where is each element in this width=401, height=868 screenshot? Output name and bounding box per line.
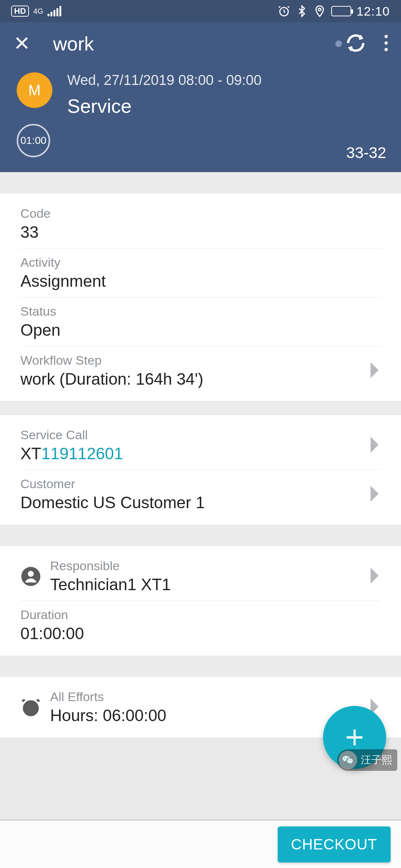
status-bar: HD 4G 12:10 [0,0,401,22]
checkout-button[interactable]: CHECKOUT [278,826,391,862]
workflow-row[interactable]: Workflow Step work (Duration: 164h 34') [20,346,381,395]
close-button[interactable] [13,34,31,53]
battery-icon [331,6,351,16]
status-label: Status [20,304,381,319]
duration-row: Duration 01:00:00 [20,601,381,650]
alarm-icon [278,5,290,17]
responsible-row[interactable]: Responsible Technician1 XT1 [20,552,381,601]
bluetooth-icon [296,5,308,17]
svg-point-1 [318,8,321,11]
wechat-icon [339,751,357,769]
efforts-label: All Efforts [50,690,381,704]
location-icon [313,5,326,17]
chevron-right-icon [369,361,381,381]
status-left: HD 4G [11,6,61,17]
code-value: 33 [20,223,381,241]
clock-text: 12:10 [356,4,390,19]
service-section: Service Call XT119112601 Customer Domest… [0,415,401,525]
activity-label: Activity [20,255,381,270]
app-bar: work [0,22,401,65]
servicecall-value: XT119112601 [20,444,381,463]
network-type: 4G [33,7,43,15]
section-gap [0,172,401,194]
avatar: M [17,72,52,108]
svg-point-6 [28,571,34,577]
hd-indicator: HD [11,6,29,17]
watermark-text: 汪子熙 [361,753,392,767]
plus-icon [343,726,366,749]
svg-point-2 [385,35,388,38]
section-gap [0,525,401,546]
status-right: 12:10 [278,4,390,19]
activity-value: Assignment [20,272,381,290]
svg-point-3 [385,41,388,45]
code-label: Code [20,206,381,221]
customer-label: Customer [20,477,381,491]
header-datetime: Wed, 27/11/2019 08:00 - 09:00 [67,72,384,88]
code-row: Code 33 [20,200,381,249]
sync-status-dot [335,40,342,47]
workflow-value: work (Duration: 164h 34') [20,370,381,388]
clock-icon [20,697,50,718]
status-value: Open [20,321,381,339]
chevron-right-icon [369,436,381,455]
chevron-right-icon [369,567,381,586]
header-ref: 33-32 [346,144,386,162]
header-detail: M Wed, 27/11/2019 08:00 - 09:00 Service … [0,65,401,172]
section-gap [0,401,401,415]
servicecall-row[interactable]: Service Call XT119112601 [20,421,381,470]
duration-ring: 01:00 [17,124,50,157]
workflow-label: Workflow Step [20,353,381,368]
customer-row[interactable]: Customer Domestic US Customer 1 [20,470,381,519]
responsible-section: Responsible Technician1 XT1 Duration 01:… [0,546,401,655]
person-icon [20,566,50,587]
responsible-value: Technician1 XT1 [50,575,381,594]
chevron-right-icon [369,485,381,504]
servicecall-label: Service Call [20,428,381,442]
more-button[interactable] [384,35,388,53]
responsible-label: Responsible [50,559,381,573]
duration-value: 01:00:00 [20,624,381,643]
sync-icon [346,33,366,55]
bottom-bar: CHECKOUT [0,820,401,868]
duration-label: Duration [20,608,381,622]
activity-row: Activity Assignment [20,249,381,297]
customer-value: Domestic US Customer 1 [20,493,381,512]
page-title: work [53,33,335,55]
section-gap [0,655,401,677]
details-section: Code 33 Activity Assignment Status Open … [0,194,401,401]
header-type: Service [67,95,384,117]
sync-button[interactable] [335,33,366,55]
signal-icon [48,6,61,16]
svg-point-4 [385,48,388,51]
watermark: 汪子熙 [337,749,397,771]
status-row: Status Open [20,297,381,346]
